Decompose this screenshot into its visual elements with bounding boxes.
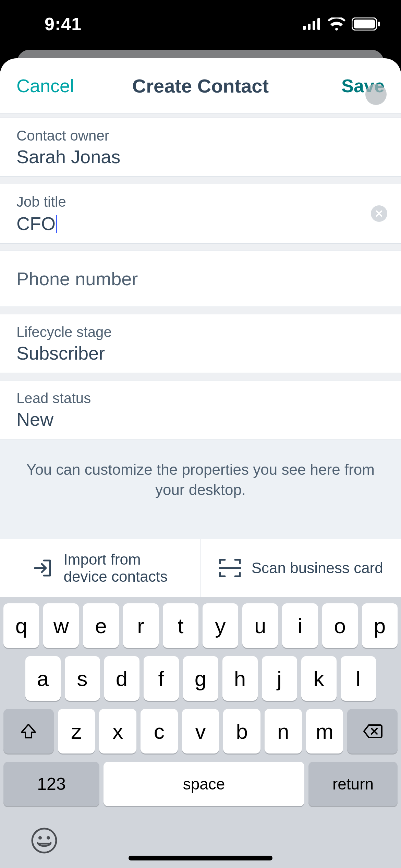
section-divider [0, 177, 401, 184]
key-r[interactable]: r [123, 603, 159, 648]
info-text: You can customize the properties you see… [0, 439, 401, 520]
lead-status-field[interactable]: Lead status New [0, 381, 401, 439]
section-divider [0, 113, 401, 118]
clear-button[interactable] [371, 205, 387, 222]
key-a[interactable]: a [25, 656, 61, 701]
modal-sheet: Cancel Create Contact Save Contact owner… [0, 58, 401, 868]
import-contacts-label: Import fromdevice contacts [64, 551, 168, 586]
return-key[interactable]: return [308, 762, 398, 806]
shift-key[interactable] [3, 709, 54, 754]
key-n[interactable]: n [265, 709, 302, 754]
svg-rect-3 [317, 18, 320, 30]
phone-number-field[interactable]: Phone number [0, 251, 401, 307]
contact-owner-field[interactable]: Contact owner Sarah Jonas [0, 118, 401, 177]
battery-icon [352, 17, 380, 31]
key-f[interactable]: f [144, 656, 179, 701]
key-z[interactable]: z [58, 709, 95, 754]
key-g[interactable]: g [183, 656, 218, 701]
key-u[interactable]: u [242, 603, 278, 648]
svg-rect-6 [378, 22, 380, 26]
status-icons [303, 17, 380, 31]
shift-icon [20, 723, 37, 740]
cellular-icon [303, 18, 321, 30]
bottom-action-bar: Import fromdevice contacts Scan business… [0, 539, 401, 597]
key-o[interactable]: o [322, 603, 358, 648]
key-e[interactable]: e [83, 603, 119, 648]
section-divider [0, 307, 401, 314]
key-w[interactable]: w [43, 603, 79, 648]
import-contacts-button[interactable]: Import fromdevice contacts [0, 539, 201, 597]
field-value: New [16, 409, 385, 430]
svg-rect-1 [308, 24, 311, 30]
field-value: Subscriber [16, 342, 385, 364]
key-d[interactable]: d [104, 656, 139, 701]
key-c[interactable]: c [141, 709, 178, 754]
section-divider [0, 243, 401, 251]
key-y[interactable]: y [203, 603, 238, 648]
key-t[interactable]: t [163, 603, 198, 648]
cancel-button[interactable]: Cancel [16, 75, 74, 96]
field-placeholder: Phone number [16, 268, 385, 289]
space-key[interactable]: space [104, 762, 304, 806]
key-v[interactable]: v [182, 709, 219, 754]
text-cursor [56, 215, 57, 233]
lifecycle-stage-field[interactable]: Lifecycle stage Subscriber [0, 314, 401, 373]
svg-rect-5 [354, 20, 375, 28]
scan-icon [219, 558, 241, 578]
close-icon [375, 210, 383, 217]
key-l[interactable]: l [341, 656, 376, 701]
job-title-field[interactable]: Job title CFO [0, 184, 401, 243]
svg-point-8 [38, 836, 42, 840]
svg-point-9 [47, 836, 50, 840]
scan-card-label: Scan business card [252, 559, 383, 577]
touch-indicator [365, 84, 387, 105]
key-k[interactable]: k [301, 656, 337, 701]
key-j[interactable]: j [262, 656, 297, 701]
field-value: Sarah Jonas [16, 146, 385, 167]
key-b[interactable]: b [223, 709, 260, 754]
key-p[interactable]: p [362, 603, 398, 648]
field-label: Contact owner [16, 128, 385, 144]
import-icon [33, 558, 53, 578]
nav-bar: Cancel Create Contact Save [0, 58, 401, 113]
job-title-input[interactable]: CFO [16, 213, 56, 234]
field-label: Lifecycle stage [16, 324, 385, 340]
section-divider [0, 373, 401, 381]
key-h[interactable]: h [222, 656, 258, 701]
svg-rect-0 [303, 26, 306, 30]
wifi-icon [328, 17, 345, 31]
field-label: Job title [16, 194, 385, 210]
key-x[interactable]: x [99, 709, 136, 754]
save-button[interactable]: Save [341, 75, 385, 96]
home-indicator[interactable] [129, 856, 272, 860]
status-bar: 9:41 [0, 0, 401, 48]
emoji-button[interactable] [31, 827, 58, 854]
status-time: 9:41 [45, 14, 82, 34]
backspace-key[interactable] [347, 709, 398, 754]
scan-card-button[interactable]: Scan business card [201, 539, 401, 597]
backspace-icon [363, 724, 382, 739]
field-label: Lead status [16, 390, 385, 407]
key-q[interactable]: q [3, 603, 39, 648]
svg-point-7 [32, 829, 56, 853]
numbers-key[interactable]: 123 [3, 762, 99, 806]
key-i[interactable]: i [282, 603, 318, 648]
svg-rect-2 [313, 21, 315, 30]
key-s[interactable]: s [65, 656, 100, 701]
keyboard: qwertyuiop asdfghjkl zxcvbnm 123 space r… [0, 597, 401, 868]
key-m[interactable]: m [306, 709, 343, 754]
